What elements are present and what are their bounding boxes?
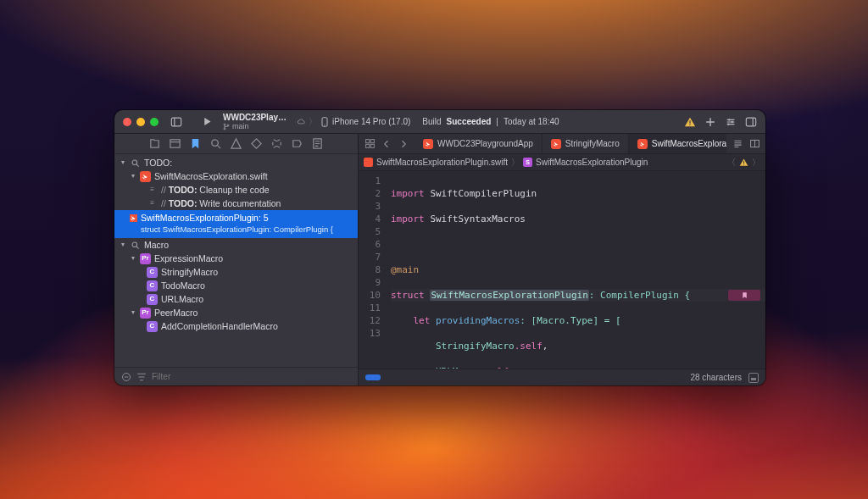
- run-button[interactable]: [198, 113, 216, 131]
- scope-icon[interactable]: [121, 372, 131, 382]
- tree-protocol[interactable]: ▾ Pr PeerMacro: [114, 306, 358, 319]
- navigator-panel: ▾ TODO: ▾ SwiftMacrosExploration.swift ≡…: [114, 134, 359, 385]
- minimize-window-button[interactable]: [136, 118, 145, 126]
- source-editor[interactable]: 12345678910111213 import SwiftCompilerPl…: [359, 171, 765, 369]
- history-back-button[interactable]: [379, 136, 394, 152]
- editor-status-bar: 28 characters: [359, 369, 765, 385]
- svg-rect-0: [171, 118, 181, 126]
- xcode-window: WWDC23Play… main 〉 iPhone 14 Pro (17.0) …: [114, 110, 765, 385]
- jump-bar-symbol[interactable]: SwiftMacrosExplorationPlugin: [536, 158, 648, 167]
- navigator-filter-bar: [114, 367, 358, 385]
- warning-icon[interactable]: [739, 158, 748, 167]
- reports-navigator-tab[interactable]: [311, 137, 324, 150]
- svg-rect-20: [365, 140, 369, 143]
- bookmark-indicator[interactable]: [728, 289, 760, 302]
- filter-icon[interactable]: [136, 372, 147, 382]
- tab-label: SwiftMacrosExploration: [652, 139, 726, 148]
- project-navigator-tab[interactable]: [148, 137, 161, 150]
- tab-label: StringifyMacro: [565, 139, 620, 148]
- editor-tab[interactable]: WWDC23PlaygroundApp: [415, 134, 542, 153]
- tab-label: WWDC23PlaygroundApp: [437, 139, 533, 148]
- adjustments-icon: [725, 116, 737, 128]
- build-time: Today at 18:40: [504, 117, 559, 126]
- tree-class[interactable]: C URLMacro: [114, 292, 358, 306]
- tree-label: StringifyMacro: [161, 266, 218, 278]
- svg-point-10: [732, 120, 733, 122]
- scheme-selector[interactable]: WWDC23Play… main: [220, 113, 292, 131]
- tree-file[interactable]: ▾ SwiftMacrosExploration.swift: [114, 169, 358, 183]
- tree-protocol[interactable]: ▾ Pr ExpressionMacro: [114, 252, 358, 265]
- editor-options-button[interactable]: [721, 113, 740, 131]
- window-controls: [114, 118, 167, 126]
- swift-file-icon: [423, 139, 433, 149]
- titlebar: WWDC23Play… main 〉 iPhone 14 Pro (17.0) …: [114, 110, 765, 134]
- related-items-button[interactable]: [362, 136, 377, 152]
- bookmarks-navigator-tab[interactable]: [189, 137, 202, 150]
- find-navigator-tab[interactable]: [209, 137, 222, 150]
- tree-todo-item[interactable]: ≡ // TODO: Cleanup the code: [114, 183, 358, 197]
- run-destination-selector[interactable]: 〉 iPhone 14 Pro (17.0): [292, 116, 415, 128]
- source-control-navigator-tab[interactable]: [169, 137, 181, 150]
- tree-todo-item[interactable]: ≡ // TODO: Write documentation: [114, 197, 358, 210]
- tree-selected-result[interactable]: SwiftMacrosExplorationPlugin: 5 struct S…: [114, 210, 358, 238]
- tree-class[interactable]: C TodoMacro: [114, 279, 358, 292]
- library-button[interactable]: [701, 113, 720, 131]
- swift-file-icon: [637, 139, 648, 149]
- plus-icon: [704, 116, 716, 128]
- svg-point-4: [227, 125, 229, 126]
- navigator-filter-input[interactable]: [152, 372, 351, 381]
- tree-class[interactable]: C StringifyMacro: [114, 265, 358, 279]
- editor-tab[interactable]: StringifyMacro: [542, 134, 629, 153]
- tree-class[interactable]: C AddCompletionHandlerMacro: [114, 319, 358, 333]
- toggle-inspectors-button[interactable]: [742, 113, 760, 131]
- close-window-button[interactable]: [123, 118, 131, 126]
- toggle-debug-area-button[interactable]: [748, 373, 759, 383]
- run-destination-label: iPhone 14 Pro (17.0): [332, 117, 410, 126]
- warning-icon: [684, 116, 696, 128]
- debug-navigator-tab[interactable]: [270, 137, 283, 150]
- editor-tab-active[interactable]: SwiftMacrosExploration: [629, 134, 726, 153]
- svg-rect-14: [170, 140, 180, 147]
- svg-rect-27: [743, 164, 744, 165]
- minimap-toggle-button[interactable]: [730, 136, 745, 152]
- editor-pane: WWDC23PlaygroundApp StringifyMacro Swift…: [359, 134, 765, 385]
- zoom-window-button[interactable]: [150, 118, 159, 126]
- jump-bar[interactable]: SwiftMacrosExplorationPlugin.swift 〉 S S…: [359, 154, 765, 171]
- swift-file-icon: [130, 214, 137, 222]
- tree-label: ExpressionMacro: [154, 252, 223, 264]
- jump-bar-file[interactable]: SwiftMacrosExplorationPlugin.swift: [376, 158, 508, 167]
- svg-rect-7: [689, 120, 690, 124]
- tree-label: TodoMacro: [161, 280, 205, 291]
- editor-layout-button[interactable]: [747, 136, 762, 152]
- toggle-navigator-button[interactable]: [167, 113, 186, 131]
- svg-point-3: [224, 128, 225, 130]
- history-forward-button[interactable]: [396, 136, 411, 152]
- chevron-right-icon[interactable]: 〉: [752, 157, 760, 169]
- line-icon: ≡: [147, 185, 158, 196]
- selection-indicator: [365, 374, 381, 380]
- navigator-tree[interactable]: ▾ TODO: ▾ SwiftMacrosExploration.swift ≡…: [114, 154, 358, 367]
- class-icon: C: [147, 280, 158, 291]
- tree-group-todo[interactable]: ▾ TODO:: [114, 156, 358, 169]
- warnings-indicator[interactable]: [681, 113, 699, 131]
- activity-status[interactable]: Build Succeeded | Today at 18:40: [415, 117, 565, 126]
- line-icon: ≡: [147, 198, 158, 209]
- selection-count: 28 characters: [690, 373, 742, 382]
- class-icon: C: [147, 267, 158, 278]
- svg-rect-21: [370, 140, 374, 143]
- search-icon: [130, 158, 141, 169]
- breakpoints-navigator-tab[interactable]: [291, 137, 303, 150]
- svg-point-2: [224, 124, 225, 125]
- code-content[interactable]: import SwiftCompilerPlugin import SwiftS…: [387, 171, 765, 369]
- tree-group-macro[interactable]: ▾ Macro: [114, 238, 358, 252]
- tree-label: AddCompletionHandlerMacro: [161, 320, 278, 332]
- line-gutter: 12345678910111213: [359, 171, 387, 369]
- issues-navigator-tab[interactable]: [230, 137, 242, 150]
- build-status: Succeeded: [447, 117, 492, 126]
- tests-navigator-tab[interactable]: [250, 137, 263, 150]
- chevron-left-icon[interactable]: 〈: [727, 157, 736, 169]
- tree-label: Macro: [144, 239, 169, 251]
- svg-point-11: [727, 123, 729, 125]
- tree-label: SwiftMacrosExploration.swift: [154, 170, 268, 182]
- tree-label: PeerMacro: [154, 307, 198, 319]
